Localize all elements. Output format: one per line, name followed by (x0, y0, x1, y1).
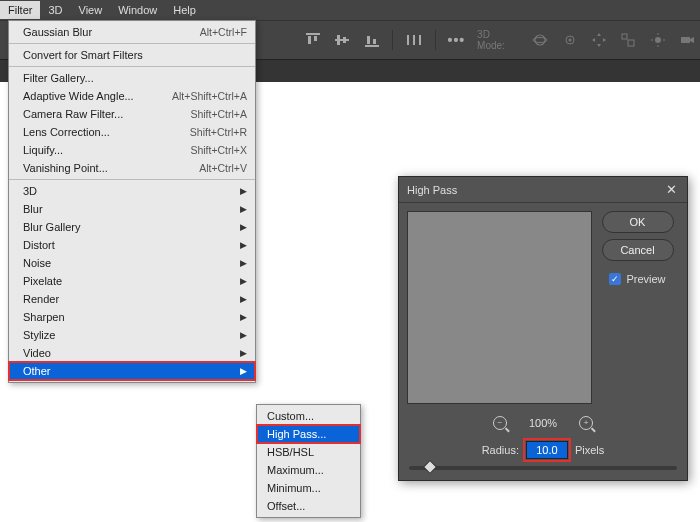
svg-rect-10 (413, 35, 415, 45)
menu-item-label: Render (23, 293, 59, 305)
menu-separator (9, 66, 255, 67)
svg-point-18 (655, 37, 661, 43)
svg-rect-0 (306, 33, 320, 35)
radius-input[interactable] (526, 441, 568, 459)
chevron-right-icon: ▶ (240, 258, 247, 268)
menu-item-label: Liquify... (23, 144, 63, 156)
chevron-right-icon: ▶ (240, 330, 247, 340)
menu-3d[interactable]: 3D (40, 1, 70, 19)
radius-label: Radius: (482, 444, 519, 456)
svg-point-12 (535, 35, 545, 45)
mode-label: 3D Mode: (477, 29, 519, 51)
menu-item-label: Convert for Smart Filters (23, 49, 143, 61)
submenu-item-minimum[interactable]: Minimum... (257, 479, 360, 497)
move-icon[interactable] (586, 27, 611, 53)
svg-rect-4 (337, 35, 340, 45)
ok-button[interactable]: OK (602, 211, 674, 233)
filter-menu: Gaussian Blur Alt+Ctrl+F Convert for Sma… (8, 20, 256, 383)
menu-filter[interactable]: Filter (0, 1, 40, 19)
menu-item-pixelate[interactable]: Pixelate▶ (9, 272, 255, 290)
menu-window[interactable]: Window (110, 1, 165, 19)
camera-icon[interactable] (675, 27, 700, 53)
zoom-level: 100% (529, 417, 557, 429)
menu-item-other[interactable]: Other▶ (9, 362, 255, 380)
preview-checkbox[interactable]: ✓ Preview (609, 273, 665, 285)
separator (392, 30, 393, 50)
dialog-title-bar[interactable]: High Pass ✕ (399, 177, 687, 203)
menu-item-shortcut: Shift+Ctrl+A (190, 108, 247, 120)
menu-item-stylize[interactable]: Stylize▶ (9, 326, 255, 344)
menu-help[interactable]: Help (165, 1, 204, 19)
zoom-out-icon[interactable]: − (493, 416, 507, 430)
submenu-item-high-pass[interactable]: High Pass... (257, 425, 360, 443)
menu-item-filter-gallery[interactable]: Filter Gallery... (9, 69, 255, 87)
chevron-right-icon: ▶ (240, 348, 247, 358)
distribute-h-icon[interactable] (401, 27, 426, 53)
dialog-title: High Pass (407, 184, 457, 196)
other-submenu: Custom... High Pass... HSB/HSL Maximum..… (256, 404, 361, 518)
orbit-icon[interactable] (527, 27, 552, 53)
menu-item-label: Noise (23, 257, 51, 269)
menu-item-sharpen[interactable]: Sharpen▶ (9, 308, 255, 326)
menu-item-render[interactable]: Render▶ (9, 290, 255, 308)
zoom-in-icon[interactable]: + (579, 416, 593, 430)
pan-icon[interactable] (557, 27, 582, 53)
submenu-item-offset[interactable]: Offset... (257, 497, 360, 515)
svg-rect-19 (681, 37, 690, 43)
chevron-right-icon: ▶ (240, 312, 247, 322)
menu-view[interactable]: View (71, 1, 111, 19)
light-icon[interactable] (645, 27, 670, 53)
menu-item-liquify[interactable]: Liquify...Shift+Ctrl+X (9, 141, 255, 159)
svg-rect-7 (367, 36, 370, 44)
menu-item-shortcut: Shift+Ctrl+R (190, 126, 247, 138)
menu-item-noise[interactable]: Noise▶ (9, 254, 255, 272)
preview-area[interactable] (407, 211, 592, 404)
menu-item-vanishing-point[interactable]: Vanishing Point...Alt+Ctrl+V (9, 159, 255, 177)
menu-item-label: 3D (23, 185, 37, 197)
radius-highlight (525, 440, 569, 460)
cancel-button[interactable]: Cancel (602, 239, 674, 261)
menu-item-blur-gallery[interactable]: Blur Gallery▶ (9, 218, 255, 236)
menu-item-recent-filter[interactable]: Gaussian Blur Alt+Ctrl+F (9, 23, 255, 41)
menu-item-label: Camera Raw Filter... (23, 108, 123, 120)
menu-item-label: Stylize (23, 329, 55, 341)
menu-item-3d[interactable]: 3D▶ (9, 182, 255, 200)
menu-item-label: Distort (23, 239, 55, 251)
align-vcenter-icon[interactable] (329, 27, 354, 53)
chevron-right-icon: ▶ (240, 186, 247, 196)
menu-item-blur[interactable]: Blur▶ (9, 200, 255, 218)
radius-row: Radius: Pixels (399, 438, 687, 466)
submenu-item-maximum[interactable]: Maximum... (257, 461, 360, 479)
svg-rect-11 (419, 35, 421, 45)
menu-item-shortcut: Shift+Ctrl+X (190, 144, 247, 156)
menu-item-convert-smart[interactable]: Convert for Smart Filters (9, 46, 255, 64)
svg-rect-2 (314, 36, 317, 41)
submenu-item-custom[interactable]: Custom... (257, 407, 360, 425)
separator (435, 30, 436, 50)
checkbox-checked-icon: ✓ (609, 273, 621, 285)
menu-item-lens-correction[interactable]: Lens Correction...Shift+Ctrl+R (9, 123, 255, 141)
menu-item-label: Vanishing Point... (23, 162, 108, 174)
menu-separator (9, 43, 255, 44)
scale-icon[interactable] (616, 27, 641, 53)
menu-item-shortcut: Alt+Ctrl+F (200, 26, 247, 38)
svg-rect-17 (628, 40, 634, 46)
align-top-icon[interactable] (300, 27, 325, 53)
menu-item-distort[interactable]: Distort▶ (9, 236, 255, 254)
menu-item-camera-raw[interactable]: Camera Raw Filter...Shift+Ctrl+A (9, 105, 255, 123)
radius-slider[interactable] (409, 466, 677, 470)
chevron-right-icon: ▶ (240, 222, 247, 232)
align-bottom-icon[interactable] (359, 27, 384, 53)
svg-rect-6 (365, 45, 379, 47)
svg-point-15 (568, 39, 571, 42)
menu-item-label: Lens Correction... (23, 126, 110, 138)
more-icon[interactable]: ••• (444, 27, 469, 53)
menu-item-label: Sharpen (23, 311, 65, 323)
menu-item-video[interactable]: Video▶ (9, 344, 255, 362)
close-icon[interactable]: ✕ (663, 182, 679, 198)
svg-rect-16 (622, 34, 627, 39)
submenu-item-hsb-hsl[interactable]: HSB/HSL (257, 443, 360, 461)
menu-item-adaptive-wide-angle[interactable]: Adaptive Wide Angle...Alt+Shift+Ctrl+A (9, 87, 255, 105)
chevron-right-icon: ▶ (240, 276, 247, 286)
high-pass-dialog: High Pass ✕ OK Cancel ✓ Preview − 100% +… (398, 176, 688, 481)
